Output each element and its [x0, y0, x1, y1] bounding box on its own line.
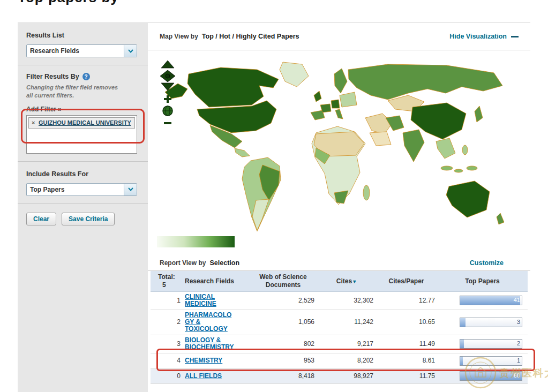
top-papers-bar: 3 — [460, 318, 522, 327]
report-view-header: Report View by Selection Customize — [148, 255, 530, 271]
top-papers-value: 60 — [514, 372, 520, 379]
top-papers-cell: 1 — [437, 353, 528, 368]
chevron-down-icon[interactable] — [124, 45, 137, 57]
top-papers-cell: 41 — [437, 291, 528, 310]
map-region-new-zealand[interactable] — [497, 213, 504, 224]
zoom-out-icon[interactable] — [164, 122, 171, 124]
report-view-label: Report View by — [160, 259, 206, 267]
main-content: Map View by Top / Hot / Highly Cited Pap… — [148, 22, 530, 392]
customize-link[interactable]: Customize — [470, 259, 504, 267]
zoom-in-icon[interactable] — [164, 98, 171, 100]
field-link-clinical-medicine[interactable]: CLINICAL MEDICINE — [185, 293, 236, 307]
map-pan-control[interactable] — [160, 60, 176, 91]
cites-per-paper-cell: 12.77 — [376, 291, 437, 310]
rank-cell: 0 — [151, 368, 183, 383]
map-visualization[interactable] — [148, 50, 530, 255]
documents-cell: 953 — [250, 353, 317, 368]
table-row: 1 CLINICAL MEDICINE 2,529 32,302 12.77 4… — [151, 291, 528, 310]
top-papers-bar: 60 — [460, 371, 522, 381]
sidebar: Results List Research Fields Filter Resu… — [18, 22, 148, 392]
map-region-eastern-europe[interactable] — [340, 92, 357, 107]
column-header-cites[interactable]: Cites▾ — [317, 271, 376, 291]
map-region-indonesia[interactable] — [454, 169, 463, 172]
column-header-top-papers: Top Papers — [437, 271, 528, 291]
include-results-dropdown[interactable]: Top Papers — [26, 183, 137, 196]
map-color-legend — [157, 236, 235, 247]
help-icon[interactable]: ? — [82, 73, 90, 80]
remove-filter-icon[interactable]: × — [32, 119, 35, 126]
map-region-central-europe[interactable] — [331, 100, 340, 108]
filter-chip-guizhou-medical-university[interactable]: × GUIZHOU MEDICAL UNIVERSITY — [28, 117, 135, 129]
map-region-central-america[interactable] — [235, 148, 250, 157]
filter-input[interactable] — [28, 129, 135, 139]
chevron-down-icon[interactable] — [124, 184, 137, 195]
map-region-indonesia[interactable] — [441, 166, 453, 170]
table-row-chemistry: 4 CHEMISTRY 953 8,202 8.61 1 — [151, 353, 528, 368]
column-header-documents: Web of Science Documents — [250, 271, 317, 291]
map-region-uk[interactable] — [314, 91, 321, 102]
table-header-row: Total: 5 Research Fields Web of Science … — [151, 271, 528, 291]
pan-up-icon[interactable] — [161, 61, 174, 68]
include-results-section: Include Results For Top Papers — [18, 162, 148, 204]
clear-button[interactable]: Clear — [26, 213, 56, 225]
rank-cell: 4 — [151, 353, 183, 368]
column-header-cites-per-paper: Cites/Paper — [376, 271, 437, 291]
page-title-cropped: Top papers by — [18, 0, 189, 5]
map-region-greenland[interactable] — [280, 62, 309, 87]
map-region-japan[interactable] — [475, 106, 483, 122]
cites-cell: 8,202 — [317, 353, 376, 368]
column-header-research-fields: Research Fields — [183, 271, 250, 291]
save-criteria-button[interactable]: Save Criteria — [62, 213, 115, 225]
sidebar-buttons: Clear Save Criteria — [18, 204, 148, 234]
cites-per-paper-cell: 11.49 — [376, 335, 437, 353]
cites-cell: 11,242 — [317, 310, 376, 335]
map-region-indonesia[interactable] — [467, 166, 477, 170]
top-papers-cell: 60 — [437, 368, 528, 383]
cites-cell: 98,927 — [317, 368, 376, 383]
map-region-russia[interactable] — [348, 64, 502, 100]
cites-per-paper-cell: 8.61 — [376, 353, 437, 368]
minus-icon — [511, 36, 519, 37]
map-zoom-control[interactable] — [162, 95, 174, 125]
documents-cell: 2,529 — [250, 291, 317, 310]
hide-visualization-label: Hide Visualization — [449, 33, 507, 40]
report-view-title: Selection — [209, 259, 239, 267]
results-list-dropdown[interactable]: Research Fields — [26, 44, 137, 57]
rank-cell: 2 — [151, 310, 183, 335]
add-filter-link[interactable]: Add Filter » — [26, 105, 62, 113]
hide-visualization-link[interactable]: Hide Visualization — [449, 33, 519, 40]
page: Top papers by Results List Research Fiel… — [0, 0, 548, 392]
map-region-southeast-asia[interactable] — [436, 138, 455, 159]
map-region-australia[interactable] — [446, 181, 490, 217]
field-link-chemistry[interactable]: CHEMISTRY — [185, 357, 236, 364]
table-row: 3 BIOLOGY & BIOCHEMISTRY 802 9,217 11.49… — [151, 335, 528, 353]
cites-per-paper-cell: 10.65 — [376, 310, 437, 335]
top-papers-cell: 2 — [437, 335, 528, 353]
field-link-biology-biochemistry[interactable]: BIOLOGY & BIOCHEMISTRY — [185, 337, 236, 351]
include-results-dropdown-value: Top Papers — [27, 184, 124, 195]
map-region-italy[interactable] — [335, 109, 343, 119]
top-papers-value: 1 — [517, 357, 520, 364]
map-view-label: Map View by — [160, 33, 198, 40]
field-link-pharmacology-toxicology[interactable]: PHARMACOLOGY & TOXICOLOGY — [185, 312, 236, 333]
map-region-india[interactable] — [403, 130, 424, 162]
filter-chip-label: GUIZHOU MEDICAL UNIVERSITY — [39, 119, 131, 126]
map-region-middle-east[interactable] — [365, 114, 392, 134]
pan-down-icon[interactable] — [161, 83, 174, 91]
map-region-saudi-arabia[interactable] — [370, 132, 391, 146]
top-papers-bar: 2 — [460, 339, 522, 349]
map-region-scandinavia[interactable] — [334, 69, 347, 93]
map-view-title: Top / Hot / Highly Cited Papers — [202, 33, 299, 40]
top-papers-value: 3 — [517, 319, 520, 326]
top-papers-value: 41 — [514, 297, 520, 304]
map-region-france[interactable] — [320, 104, 331, 112]
top-papers-bar-fill — [460, 296, 520, 305]
map-region-south-africa[interactable] — [334, 191, 348, 203]
world-map[interactable] — [157, 58, 508, 238]
total-count-header: Total: 5 — [151, 271, 183, 291]
field-link-all-fields[interactable]: ALL FIELDS — [185, 373, 236, 380]
top-papers-cell: 3 — [437, 310, 528, 335]
table-row: 2 PHARMACOLOGY & TOXICOLOGY 1,056 11,242… — [151, 310, 528, 335]
map-region-madagascar[interactable] — [363, 185, 370, 200]
map-region-philippines[interactable] — [462, 145, 468, 155]
